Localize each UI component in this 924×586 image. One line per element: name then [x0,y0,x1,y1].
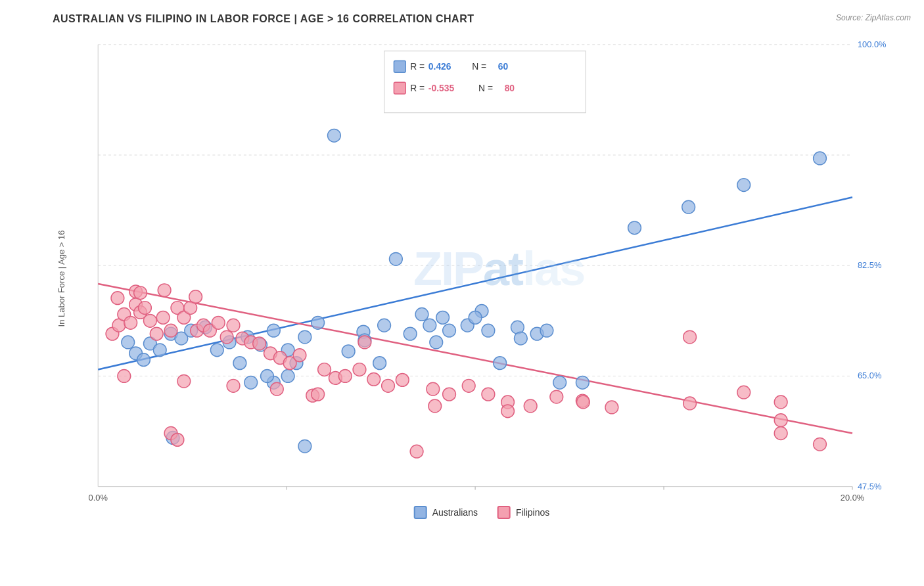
chart-legend: Australians Filipinos [414,506,550,519]
svg-point-44 [267,324,280,337]
chart-title: AUSTRALIAN VS FILIPINO IN LABOR FORCE | … [53,13,911,25]
svg-text:80: 80 [505,83,515,93]
svg-point-138 [227,379,240,392]
svg-point-34 [153,344,166,357]
svg-point-109 [293,349,306,362]
scatter-chart: 47.5% 65.0% 82.5% 100.0% 0.0% 20.0% R = … [53,32,911,526]
svg-point-51 [373,357,386,370]
svg-point-105 [253,337,266,350]
svg-point-78 [540,324,553,337]
svg-point-73 [628,221,641,235]
svg-point-89 [139,302,152,315]
svg-point-130 [774,414,787,427]
svg-point-46 [298,330,312,344]
svg-point-63 [576,376,589,389]
filipinos-swatch [497,506,511,519]
svg-point-47 [312,316,325,329]
svg-point-125 [550,390,563,403]
svg-point-62 [553,376,566,389]
svg-point-145 [683,397,697,410]
svg-point-30 [122,336,135,349]
filipinos-label: Filipinos [516,507,549,518]
svg-point-53 [404,327,417,340]
svg-point-74 [814,152,827,165]
svg-point-100 [212,316,225,329]
svg-point-76 [482,324,495,337]
svg-point-41 [233,357,246,370]
svg-point-102 [227,319,240,332]
svg-line-29 [98,284,852,434]
svg-point-86 [124,316,137,329]
svg-rect-23 [394,82,405,94]
svg-point-79 [423,319,436,332]
svg-text:-0.535: -0.535 [428,83,455,93]
svg-point-49 [342,345,355,358]
svg-point-128 [683,330,697,344]
svg-point-142 [428,399,442,413]
svg-point-69 [281,370,294,383]
svg-point-133 [158,284,171,297]
svg-point-147 [814,438,827,451]
svg-text:100.0%: 100.0% [858,39,887,49]
chart-area: In Labor Force | Age > 16 ZIPatlas [53,32,911,526]
svg-point-55 [430,336,443,349]
legend-item-australians: Australians [414,506,478,519]
svg-point-129 [737,386,751,399]
svg-point-114 [353,363,366,376]
svg-point-91 [150,327,163,340]
svg-text:0.0%: 0.0% [89,493,108,503]
svg-point-59 [494,357,507,370]
svg-point-146 [774,427,787,440]
svg-point-119 [427,382,440,395]
svg-point-32 [137,353,150,367]
svg-rect-17 [384,51,586,113]
svg-rect-18 [394,61,405,73]
chart-container: AUSTRALIAN VS FILIPINO IN LABOR FORCE | … [0,0,924,586]
svg-text:60: 60 [498,61,509,72]
svg-point-39 [210,344,223,357]
svg-point-134 [189,290,202,304]
svg-line-28 [98,197,852,369]
svg-point-118 [410,445,423,458]
svg-point-54 [415,308,428,321]
svg-point-82 [378,319,391,332]
svg-point-135 [134,286,147,300]
svg-point-67 [244,376,258,389]
svg-point-139 [270,382,283,395]
svg-point-48 [327,129,340,142]
legend-item-filipinos: Filipinos [497,506,549,519]
svg-text:0.426: 0.426 [428,61,451,72]
svg-point-52 [389,252,402,265]
svg-text:R =: R = [410,61,425,72]
svg-text:R =: R = [410,83,425,93]
australians-swatch [414,506,427,519]
svg-point-140 [312,388,325,401]
svg-point-113 [338,370,352,383]
y-axis-label: In Labor Force | Age > 16 [57,231,66,327]
svg-point-117 [396,373,409,386]
australians-label: Australians [432,507,478,518]
svg-point-141 [358,336,371,349]
svg-point-90 [143,314,156,327]
svg-point-121 [462,379,475,392]
svg-point-148 [774,395,787,409]
svg-point-120 [443,388,456,401]
svg-point-80 [436,311,450,324]
svg-text:47.5%: 47.5% [858,482,881,491]
svg-point-116 [382,379,395,392]
svg-point-68 [261,370,274,383]
svg-text:65.0%: 65.0% [858,371,881,380]
svg-point-137 [177,374,191,388]
svg-point-56 [443,324,456,337]
svg-point-136 [118,370,131,383]
svg-point-127 [605,401,618,414]
svg-point-115 [367,372,381,386]
svg-point-144 [576,395,589,409]
svg-point-71 [737,179,751,192]
svg-point-131 [111,292,124,305]
source-label: Source: ZipAtlas.com [836,13,911,22]
svg-point-101 [220,330,233,344]
svg-text:N =: N = [472,61,486,72]
svg-text:20.0%: 20.0% [841,493,864,503]
svg-text:82.5%: 82.5% [858,260,881,270]
